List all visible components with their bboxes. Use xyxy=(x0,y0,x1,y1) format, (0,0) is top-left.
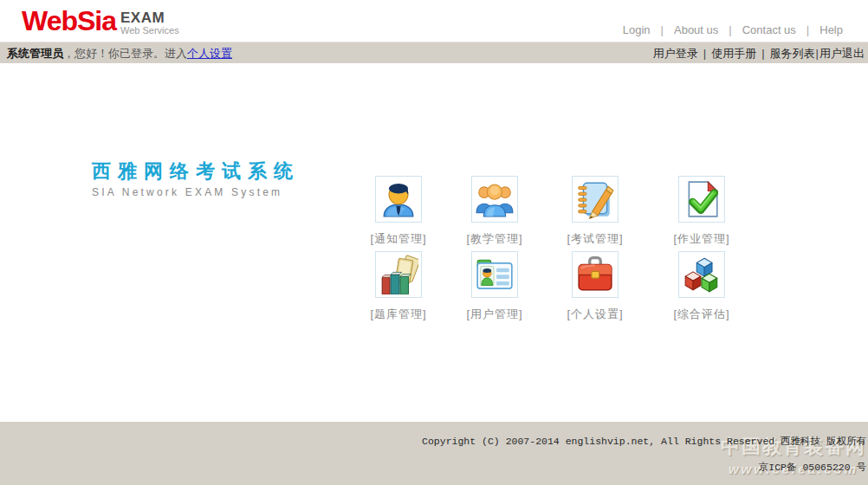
separator: | xyxy=(703,47,706,60)
module-label: [作业管理] xyxy=(673,231,729,247)
nav-help[interactable]: Help xyxy=(819,23,843,36)
module-label: [个人设置] xyxy=(567,307,623,322)
personal-settings-link[interactable]: 个人设置 xyxy=(187,47,232,60)
nav-login[interactable]: Login xyxy=(623,23,651,36)
id-card-icon xyxy=(471,251,518,298)
module-user-management[interactable]: [用户管理] xyxy=(447,251,542,322)
nav-contact-us[interactable]: Contact us xyxy=(742,23,796,36)
logo-tagline-text: Web Services xyxy=(120,26,179,36)
module-label: [通知管理] xyxy=(370,231,426,247)
hero: 西雅网络考试系统 SIA Network EXAM System xyxy=(92,158,300,198)
module-notification-management[interactable]: [通知管理] xyxy=(351,176,446,247)
copyright-text: Copyright (C) 2007-2014 englishvip.net, … xyxy=(422,435,866,448)
module-question-bank-management[interactable]: [题库管理] xyxy=(351,251,446,322)
module-exam-management[interactable]: [考试管理] xyxy=(547,176,643,247)
separator: | xyxy=(761,47,764,60)
user-bar: 系统管理员，您好！你已登录。进入个人设置 用户登录|使用手册|服务列表|用户退出 xyxy=(0,42,868,63)
link-user-logout[interactable]: 用户退出 xyxy=(819,47,865,60)
module-comprehensive-evaluation[interactable]: [综合评估] xyxy=(654,251,749,322)
check-document-icon xyxy=(678,176,725,223)
module-label: [教学管理] xyxy=(466,231,522,247)
system-title: 西雅网络考试系统 xyxy=(92,158,300,184)
user-bar-links: 用户登录|使用手册|服务列表|用户退出 xyxy=(653,42,865,64)
brand-logo: WebSia EXAM Web Services xyxy=(22,4,179,37)
username: 系统管理员 xyxy=(7,47,63,60)
module-label: [题库管理] xyxy=(370,307,426,322)
footer: 中国教育装备网 www.ceiea.com Copyright (C) 2007… xyxy=(0,422,868,485)
separator: | xyxy=(729,23,731,36)
link-user-login[interactable]: 用户登录 xyxy=(653,47,698,60)
icp-number: 京ICP备 05065220 号 xyxy=(759,461,866,474)
logo-websia-text: WebSia xyxy=(22,4,116,37)
header: WebSia EXAM Web Services Login|About us|… xyxy=(0,0,868,42)
system-subtitle: SIA Network EXAM System xyxy=(92,186,300,198)
logo-right-block: EXAM Web Services xyxy=(120,10,179,36)
link-user-manual[interactable]: 使用手册 xyxy=(711,47,756,60)
logo-exam-text: EXAM xyxy=(120,10,179,25)
briefcase-icon xyxy=(572,251,619,298)
separator: | xyxy=(806,23,809,36)
nav-about-us[interactable]: About us xyxy=(674,23,718,36)
module-personal-settings[interactable]: [个人设置] xyxy=(547,251,643,322)
person-icon xyxy=(375,176,422,223)
user-greeting: 系统管理员，您好！你已登录。进入个人设置 xyxy=(7,42,232,64)
module-teaching-management[interactable]: [教学管理] xyxy=(447,176,542,247)
separator: | xyxy=(816,47,819,60)
greeting-text: ，您好！你已登录。进入 xyxy=(63,47,187,60)
group-icon xyxy=(471,176,518,223)
top-nav: Login|About us|Contact us|Help xyxy=(615,23,851,36)
module-label: [综合评估] xyxy=(673,307,729,322)
books-folder-icon xyxy=(375,251,422,298)
notebook-pencil-icon xyxy=(572,176,619,223)
separator: | xyxy=(661,23,664,36)
cubes-icon xyxy=(678,251,725,298)
module-label: [考试管理] xyxy=(567,231,623,247)
link-service-list[interactable]: 服务列表 xyxy=(770,47,815,60)
module-label: [用户管理] xyxy=(466,307,522,322)
module-homework-management[interactable]: [作业管理] xyxy=(654,176,749,247)
